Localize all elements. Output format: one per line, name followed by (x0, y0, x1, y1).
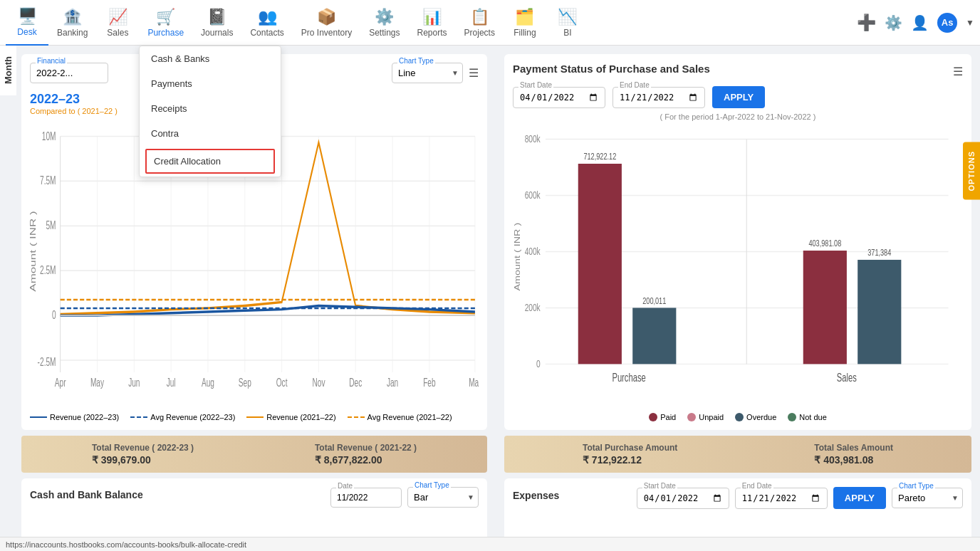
nav-projects[interactable]: 📋 Projects (456, 0, 504, 46)
payment-start-date-input[interactable] (513, 87, 605, 108)
payment-menu-icon[interactable]: ☰ (953, 65, 963, 78)
purchase-amount-label: Total Purchase Amount (583, 443, 677, 453)
nav-contacts[interactable]: 👥 Contacts (241, 0, 292, 46)
svg-text:371,384: 371,384 (867, 248, 891, 258)
legend-paid-label: Paid (660, 413, 676, 421)
bar-chart-legend: Paid Unpaid Overdue Not due (513, 413, 963, 421)
cash-chart-type-select[interactable]: Bar (407, 487, 479, 508)
payment-end-date-wrapper: End Date (612, 87, 705, 108)
svg-text:Amount ( INR ): Amount ( INR ) (514, 223, 521, 291)
add-button[interactable]: ➕ (857, 14, 876, 32)
financial-label: Financial (36, 57, 67, 65)
dropdown-cash-banks[interactable]: Cash & Banks (140, 46, 281, 71)
legend-unpaid: Unpaid (687, 413, 724, 421)
purchase-overdue-bar (632, 308, 676, 364)
expenses-start-date-input[interactable] (637, 488, 729, 509)
svg-text:200,011: 200,011 (642, 295, 666, 305)
nav-pro-inventory-label: Pro Inventory (301, 28, 352, 38)
total-revenue-2022: Total Revenue ( 2022-23 ) ₹ 399,679.00 (92, 443, 194, 466)
status-bar: https://inaccounts.hostbooks.com/account… (0, 537, 980, 551)
legend-label-avg-2022: Avg Revenue (2022–23) (150, 413, 235, 421)
expenses-chart-type-label: Chart Type (897, 482, 935, 490)
chart-menu-icon[interactable]: ☰ (469, 66, 479, 80)
journals-dropdown: Cash & Banks Payments Receipts Contra Cr… (139, 46, 281, 177)
svg-text:600k: 600k (525, 189, 541, 201)
dropdown-payments[interactable]: Payments (140, 71, 281, 96)
svg-text:Jul: Jul (167, 376, 176, 389)
options-tab[interactable]: OPTIONS (963, 142, 980, 200)
svg-text:Apr: Apr (55, 376, 66, 389)
nav-filling[interactable]: 🗂️ Filling (504, 0, 546, 46)
dropdown-credit-allocation[interactable]: Credit Allocation (145, 149, 275, 174)
nav-bi[interactable]: 📉 BI (546, 0, 589, 46)
legend-line-solid-orange (246, 416, 264, 418)
expenses-end-date-wrapper: End Date (735, 488, 828, 509)
cash-chart-type-label: Chart Type (413, 481, 451, 489)
expenses-chart-type-select[interactable]: Pareto (892, 488, 963, 508)
financial-period-wrapper: Financial 2022-2... (30, 63, 108, 83)
payment-end-date-input[interactable] (612, 87, 705, 108)
bi-icon: 📉 (558, 8, 577, 26)
nav-journals[interactable]: 📓 Journals (192, 0, 241, 46)
gear-icon[interactable]: ⚙️ (885, 14, 902, 31)
payment-status-card: Payment Status of Purchase and Sales ☰ S… (504, 54, 971, 430)
nav-banking[interactable]: 🏦 Banking (48, 0, 96, 46)
user-avatar[interactable]: As (937, 13, 957, 33)
dropdown-arrow-icon[interactable]: ▼ (966, 18, 974, 28)
dropdown-contra[interactable]: Contra (140, 121, 281, 146)
payment-bar-chart-area: 800k 600k 400k 200k 0 Amount ( INR ) (513, 124, 963, 410)
legend-label-revenue-2022: Revenue (2022–23) (50, 413, 119, 421)
total-purchase-amount: Total Purchase Amount ₹ 712,922.12 (583, 443, 677, 466)
dropdown-receipts[interactable]: Receipts (140, 96, 281, 121)
legend-line-dashed-orange (348, 416, 365, 418)
svg-text:10M: 10M (42, 129, 56, 142)
svg-text:Dec: Dec (349, 376, 362, 389)
purchase-paid-bar (578, 164, 622, 364)
paid-dot (649, 413, 657, 421)
legend-unpaid-label: Unpaid (699, 413, 724, 421)
revenue-summary-bar: Total Revenue ( 2022-23 ) ₹ 399,679.00 T… (21, 436, 487, 473)
legend-line-solid-blue (30, 416, 47, 418)
legend-avg-revenue-2022: Avg Revenue (2022–23) (130, 413, 235, 421)
cash-date-input[interactable] (330, 488, 402, 508)
revenue-2021-label: Total Revenue ( 2021-22 ) (315, 443, 417, 453)
svg-text:0: 0 (536, 358, 541, 369)
legend-not-due: Not due (788, 413, 827, 421)
financial-period-select[interactable]: 2022-2... (30, 63, 108, 83)
user-icon[interactable]: 👤 (911, 14, 929, 31)
payment-start-date-wrapper: Start Date (513, 87, 605, 108)
purchase-icon: 🛒 (156, 8, 175, 26)
nav-pro-inventory[interactable]: 📦 Pro Inventory (293, 0, 360, 46)
nav-settings[interactable]: ⚙️ Settings (360, 0, 408, 46)
nav-reports[interactable]: 📊 Reports (409, 0, 456, 46)
right-panel: Payment Status of Purchase and Sales ☰ S… (496, 46, 980, 551)
expenses-title: Expenses (513, 490, 559, 501)
period-label: ( For the period 1-Apr-2022 to 21-Nov-20… (513, 112, 963, 121)
filling-icon: 🗂️ (515, 8, 534, 26)
legend-revenue-2021: Revenue (2021–22) (246, 413, 335, 421)
payment-start-date-label: Start Date (518, 81, 553, 89)
svg-text:2.5M: 2.5M (40, 263, 56, 277)
nav-sales[interactable]: 📈 Sales (96, 0, 139, 46)
svg-text:Oct: Oct (276, 376, 288, 389)
nav-purchase-label: Purchase (147, 28, 184, 38)
chart-year-title: 2022–23 (30, 92, 80, 106)
svg-text:Purchase: Purchase (612, 372, 645, 384)
expenses-end-date-input[interactable] (735, 488, 828, 509)
svg-text:Mar: Mar (469, 376, 479, 389)
expenses-apply-button[interactable]: APPLY (833, 487, 886, 509)
desk-icon: 🖥️ (18, 7, 37, 26)
svg-text:5M: 5M (46, 219, 56, 232)
svg-text:Aug: Aug (202, 376, 214, 389)
legend-label-avg-2021: Avg Revenue (2021–22) (368, 413, 452, 421)
chart-type-select[interactable]: Line Bar Area (392, 63, 463, 83)
nav-purchase[interactable]: 🛒 Purchase (139, 0, 192, 46)
payment-apply-button[interactable]: APPLY (712, 86, 765, 108)
sales-overdue-bar (858, 260, 901, 364)
purchase-sales-summary-bar: Total Purchase Amount ₹ 712,922.12 Total… (504, 436, 971, 473)
total-revenue-2021: Total Revenue ( 2021-22 ) ₹ 8,677,822.00 (315, 443, 417, 466)
chart-comparison: Compared to ( 2021–22 ) (30, 107, 118, 115)
svg-text:200k: 200k (525, 302, 541, 313)
svg-text:0: 0 (52, 308, 56, 321)
nav-desk[interactable]: 🖥️ Desk (6, 0, 48, 46)
